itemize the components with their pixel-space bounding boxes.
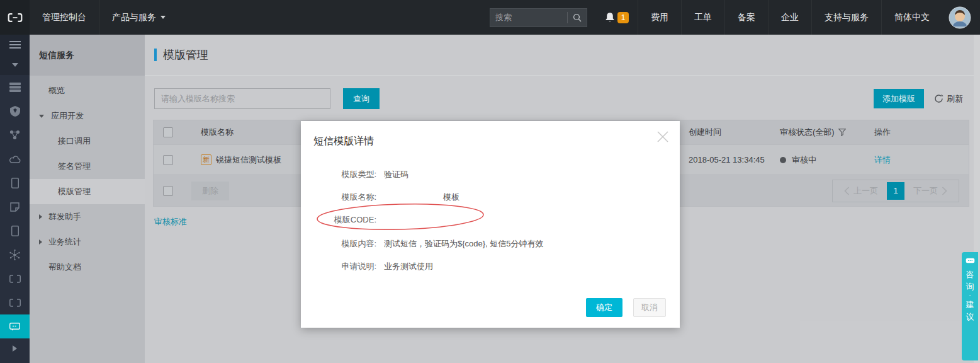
field-template-name: 模版名称: 模板 <box>301 191 680 204</box>
consult-char: · <box>969 292 971 299</box>
field-name-value: 模板 <box>384 191 459 204</box>
chat-icon <box>966 258 975 265</box>
search-icon[interactable] <box>568 13 587 22</box>
consult-char: 议 <box>966 311 974 323</box>
field-note-label: 申请说明: <box>301 260 376 273</box>
nav-billing[interactable]: 费用 <box>638 0 681 35</box>
products-menu-label: 产品与服务 <box>112 12 156 23</box>
field-template-code: 模版CODE: <box>301 214 680 228</box>
top-navigation-bar: 管理控制台 产品与服务 1 费用 工单 备案 企业 支持与服务 简体中文 <box>0 0 980 35</box>
nav-icp-label: 备案 <box>738 12 755 23</box>
topbar-spacer <box>178 0 481 35</box>
avatar-image <box>949 6 971 29</box>
console-home-link[interactable]: 管理控制台 <box>30 0 99 35</box>
consult-char: 询 <box>966 280 974 292</box>
aliyun-logo-icon <box>7 12 23 23</box>
console-home-label: 管理控制台 <box>42 12 86 23</box>
modal-title: 短信模版详情 <box>301 121 680 148</box>
nav-billing-label: 费用 <box>651 12 668 23</box>
global-search-input[interactable] <box>490 13 567 22</box>
field-name-visible-text: 模板 <box>443 191 459 204</box>
aliyun-logo[interactable] <box>0 0 30 35</box>
field-name-label: 模版名称: <box>301 191 376 204</box>
global-search-box <box>490 8 587 27</box>
field-apply-note: 申请说明: 业务测试使用 <box>301 260 680 273</box>
nav-enterprise[interactable]: 企业 <box>768 0 811 35</box>
products-menu[interactable]: 产品与服务 <box>99 0 178 35</box>
field-type-label: 模版类型: <box>301 168 376 181</box>
field-template-content: 模版内容: 测试短信，验证码为${code}, 短信5分钟有效 <box>301 238 680 250</box>
user-avatar[interactable] <box>942 0 980 35</box>
nav-language-label: 简体中文 <box>894 12 930 23</box>
nav-support-label: 支持与服务 <box>825 12 869 23</box>
field-content-label: 模版内容: <box>301 238 376 250</box>
template-detail-modal: 短信模版详情 模版类型: 验证码 模版名称: 模板 模版CODE: 模版内容: … <box>301 121 680 328</box>
nav-language[interactable]: 简体中文 <box>881 0 942 35</box>
redacted-blur-patch <box>384 214 469 228</box>
notification-count-badge: 1 <box>617 12 629 23</box>
bell-icon <box>605 12 615 23</box>
redacted-blur-patch <box>384 191 442 204</box>
nav-tickets[interactable]: 工单 <box>681 0 724 35</box>
nav-support[interactable]: 支持与服务 <box>811 0 881 35</box>
close-icon <box>656 130 670 144</box>
modal-fields: 模版类型: 验证码 模版名称: 模板 模版CODE: 模版内容: 测试短信，验证… <box>301 168 680 273</box>
chevron-down-icon <box>161 16 166 19</box>
notifications-button[interactable]: 1 <box>596 0 638 35</box>
nav-enterprise-label: 企业 <box>781 12 799 23</box>
consult-char: 咨 <box>966 268 974 280</box>
field-type-value: 验证码 <box>384 168 408 181</box>
modal-buttons: 确定 取消 <box>586 298 666 317</box>
confirm-button[interactable]: 确定 <box>586 298 622 317</box>
field-note-value: 业务测试使用 <box>384 260 433 273</box>
consult-char: 建 <box>966 299 974 311</box>
field-code-value <box>384 214 469 228</box>
field-code-label: 模版CODE: <box>301 214 376 228</box>
nav-tickets-label: 工单 <box>694 12 712 23</box>
nav-icp[interactable]: 备案 <box>724 0 768 35</box>
consult-suggest-floating-bar[interactable]: 咨 询 · 建 议 <box>962 252 978 360</box>
close-button[interactable] <box>655 129 671 145</box>
field-template-type: 模版类型: 验证码 <box>301 168 680 181</box>
cancel-button[interactable]: 取消 <box>633 298 666 317</box>
field-content-value: 测试短信，验证码为${code}, 短信5分钟有效 <box>384 238 544 250</box>
